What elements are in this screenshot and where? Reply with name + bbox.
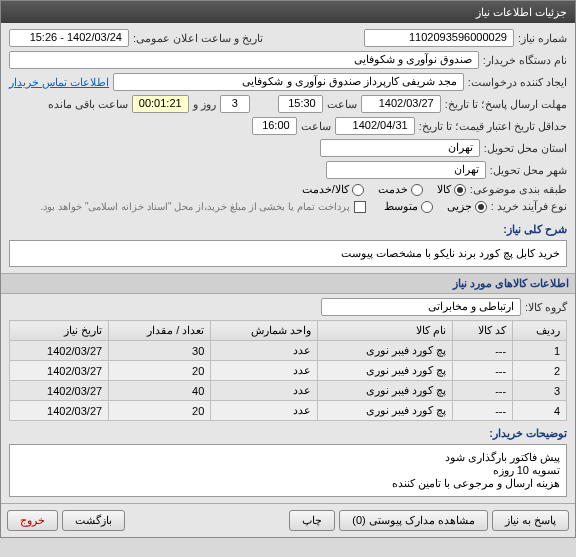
time-left: 00:01:21 xyxy=(132,95,189,113)
valid-date: 1402/04/31 xyxy=(335,117,415,135)
summary-label: شرح کلی نیاز: xyxy=(503,223,567,236)
announce-label: تاریخ و ساعت اعلان عمومی: xyxy=(133,32,263,45)
cell-qty: 20 xyxy=(109,401,211,421)
col-qty[interactable]: تعداد / مقدار xyxy=(109,321,211,341)
notes-line-1: پیش فاکتور بارگذاری شود xyxy=(16,451,560,464)
col-code[interactable]: کد کالا xyxy=(453,321,513,341)
back-button[interactable]: بازگشت xyxy=(62,510,125,531)
cell-unit: عدد xyxy=(211,341,317,361)
type-label: نوع فرآیند خرید : xyxy=(491,200,567,213)
announce-value: 1402/03/24 - 15:26 xyxy=(9,29,129,47)
col-row[interactable]: ردیف xyxy=(513,321,567,341)
print-button[interactable]: چاپ xyxy=(289,510,335,531)
cell-qty: 30 xyxy=(109,341,211,361)
buyer-value: صندوق نوآوری و شکوفایی xyxy=(9,51,479,69)
category-both-label: کالا/خدمت xyxy=(302,183,349,196)
reply-button[interactable]: پاسخ به نیاز xyxy=(492,510,569,531)
col-unit[interactable]: واحد شمارش xyxy=(211,321,317,341)
cell-qty: 20 xyxy=(109,361,211,381)
contact-link[interactable]: اطلاعات تماس خریدار xyxy=(9,76,109,89)
category-radio-group: کالا خدمت کالا/خدمت xyxy=(302,183,466,196)
delivery-state: تهران xyxy=(320,139,480,157)
attachments-button[interactable]: مشاهده مدارک پیوستی (0) xyxy=(339,510,488,531)
notes-label: توضیحات خریدار: xyxy=(489,427,567,440)
summary-box: خرید کابل پچ کورد برند نایکو با مشخصات پ… xyxy=(9,240,567,267)
days-left-label: روز و xyxy=(193,98,216,111)
cell-date: 1402/03/27 xyxy=(10,381,109,401)
category-khadamat[interactable]: خدمت xyxy=(378,183,423,196)
table-row[interactable]: 1---پچ کورد فیبر نوریعدد301402/03/27 xyxy=(10,341,567,361)
buyer-label: نام دستگاه خریدار: xyxy=(483,54,567,67)
items-section-title: اطلاعات کالاهای مورد نیاز xyxy=(1,273,575,294)
cell-name: پچ کورد فیبر نوری xyxy=(317,341,453,361)
table-row[interactable]: 3---پچ کورد فیبر نوریعدد401402/03/27 xyxy=(10,381,567,401)
category-khadamat-label: خدمت xyxy=(378,183,408,196)
cell-name: پچ کورد فیبر نوری xyxy=(317,361,453,381)
category-both[interactable]: کالا/خدمت xyxy=(302,183,364,196)
group-label: گروه کالا: xyxy=(525,301,567,314)
type-radio-group: جزیی متوسط xyxy=(384,200,487,213)
notes-line-3: هزینه ارسال و مرجوعی با تامین کننده xyxy=(16,477,560,490)
cell-n: 1 xyxy=(513,341,567,361)
cell-unit: عدد xyxy=(211,361,317,381)
cell-name: پچ کورد فیبر نوری xyxy=(317,381,453,401)
type-partial[interactable]: جزیی xyxy=(447,200,487,213)
cell-unit: عدد xyxy=(211,381,317,401)
category-kala[interactable]: کالا xyxy=(437,183,466,196)
payment-note: پرداخت تمام یا بخشی از مبلغ خرید،از محل … xyxy=(41,201,350,212)
delivery-state-label: استان محل تحویل: xyxy=(484,142,567,155)
cell-code: --- xyxy=(453,361,513,381)
cell-date: 1402/03/27 xyxy=(10,341,109,361)
deadline-time: 15:30 xyxy=(278,95,323,113)
cell-code: --- xyxy=(453,381,513,401)
items-table: ردیف کد کالا نام کالا واحد شمارش تعداد /… xyxy=(9,320,567,421)
notes-line-2: تسویه 10 روزه xyxy=(16,464,560,477)
radio-icon xyxy=(475,201,487,213)
deadline-date: 1402/03/27 xyxy=(361,95,441,113)
table-row[interactable]: 4---پچ کورد فیبر نوریعدد201402/03/27 xyxy=(10,401,567,421)
cell-qty: 40 xyxy=(109,381,211,401)
radio-icon xyxy=(421,201,433,213)
payment-checkbox[interactable] xyxy=(354,201,366,213)
cell-code: --- xyxy=(453,401,513,421)
cell-date: 1402/03/27 xyxy=(10,401,109,421)
valid-time: 16:00 xyxy=(252,117,297,135)
hour-label-1: ساعت xyxy=(327,98,357,111)
days-left: 3 xyxy=(220,95,250,113)
type-mid-label: متوسط xyxy=(384,200,418,213)
title-text: جزئیات اطلاعات نیاز xyxy=(476,6,567,18)
table-row[interactable]: 2---پچ کورد فیبر نوریعدد201402/03/27 xyxy=(10,361,567,381)
cell-n: 3 xyxy=(513,381,567,401)
title-bar: جزئیات اطلاعات نیاز xyxy=(1,1,575,23)
delivery-city: تهران xyxy=(326,161,486,179)
notes-box: پیش فاکتور بارگذاری شود تسویه 10 روزه هز… xyxy=(9,444,567,497)
cell-unit: عدد xyxy=(211,401,317,421)
summary-text: خرید کابل پچ کورد برند نایکو با مشخصات پ… xyxy=(341,247,560,259)
col-date[interactable]: تاریخ نیاز xyxy=(10,321,109,341)
hour-label-2: ساعت xyxy=(301,120,331,133)
type-partial-label: جزیی xyxy=(447,200,472,213)
need-no-value: 1102093596000029 xyxy=(364,29,514,47)
category-kala-label: کالا xyxy=(437,183,451,196)
need-no-label: شماره نیاز: xyxy=(518,32,567,45)
radio-icon xyxy=(352,184,364,196)
delivery-city-label: شهر محل تحویل: xyxy=(490,164,567,177)
cell-n: 4 xyxy=(513,401,567,421)
cell-name: پچ کورد فیبر نوری xyxy=(317,401,453,421)
deadline-label: مهلت ارسال پاسخ؛ تا تاریخ: xyxy=(445,98,567,111)
creator-label: ایجاد کننده درخواست: xyxy=(468,76,567,89)
time-left-label: ساعت باقی مانده xyxy=(48,98,128,111)
category-label: طبقه بندی موضوعی: xyxy=(470,183,567,196)
cell-date: 1402/03/27 xyxy=(10,361,109,381)
cell-n: 2 xyxy=(513,361,567,381)
cell-code: --- xyxy=(453,341,513,361)
group-value: ارتباطی و مخابراتی xyxy=(321,298,521,316)
type-mid[interactable]: متوسط xyxy=(384,200,433,213)
creator-value: مجد شریفی کارپرداز صندوق نوآوری و شکوفای… xyxy=(113,73,464,91)
radio-icon xyxy=(411,184,423,196)
exit-button[interactable]: خروج xyxy=(7,510,58,531)
col-name[interactable]: نام کالا xyxy=(317,321,453,341)
valid-label: حداقل تاریخ اعتبار قیمت؛ تا تاریخ: xyxy=(419,120,567,133)
radio-icon xyxy=(454,184,466,196)
